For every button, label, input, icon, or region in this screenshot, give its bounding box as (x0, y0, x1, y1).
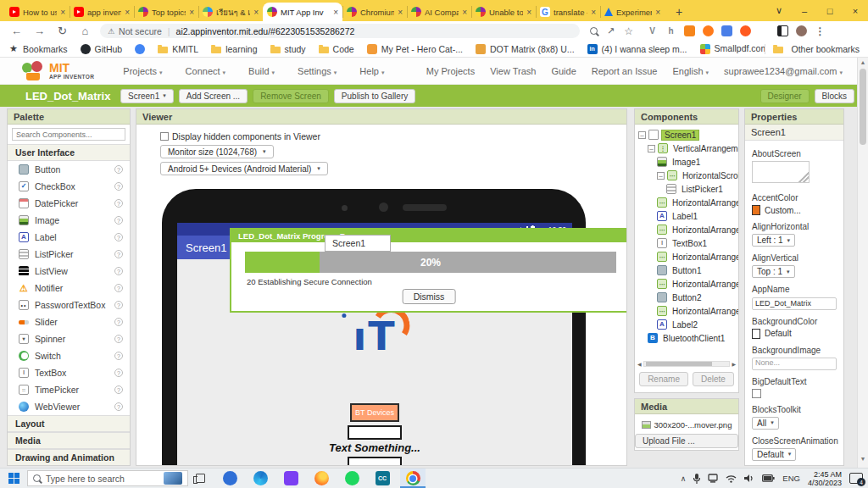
tab-close-icon[interactable]: × (591, 8, 596, 17)
reload-icon[interactable]: ↻ (51, 25, 74, 37)
dismiss-button[interactable]: Dismiss (403, 289, 456, 304)
palette-item-datepicker[interactable]: DatePicker? (8, 195, 130, 212)
maximize-button[interactable]: □ (817, 6, 843, 16)
bookmark-item[interactable]: learning (211, 44, 257, 54)
bookmark-star-icon[interactable]: ☆ (624, 25, 633, 37)
tab-close-icon[interactable]: × (526, 8, 531, 17)
palette-item-image[interactable]: Image? (8, 212, 130, 229)
scroll-right-icon[interactable]: ▶ (732, 361, 736, 367)
menu-connect[interactable]: Connect▾ (186, 66, 226, 76)
taskbar-app[interactable] (278, 469, 303, 488)
property-alignhorizontal-dropdown[interactable]: Left : 1▾ (752, 234, 795, 247)
bookmark-item[interactable] (135, 44, 145, 54)
bookmark-item[interactable]: DOT Matrix (8x8) U... (476, 44, 575, 54)
tab-close-icon[interactable]: × (125, 8, 130, 17)
start-button[interactable] (0, 473, 27, 484)
notifications-icon[interactable]: 4 (849, 473, 863, 484)
scroll-down-icon[interactable]: ▼ (858, 456, 868, 462)
help-icon[interactable]: ? (114, 385, 123, 394)
phone-textbox-1[interactable] (348, 425, 402, 440)
property-appname-input[interactable] (752, 297, 837, 310)
palette-item-webviewer[interactable]: WebViewer? (8, 398, 130, 415)
browser-tab[interactable]: Chromium× (342, 3, 407, 21)
language-indicator[interactable]: ENG (782, 474, 800, 483)
tree-item-button2[interactable]: Button2 (637, 291, 738, 304)
language-selector[interactable]: English▾ (672, 66, 709, 76)
display-hidden-checkbox[interactable] (160, 132, 169, 141)
tab-close-icon[interactable]: × (398, 8, 403, 17)
header-link-view-trash[interactable]: View Trash (490, 66, 536, 76)
scroll-up-icon[interactable]: ▲ (858, 59, 868, 65)
menu-projects[interactable]: Projects▾ (123, 66, 162, 76)
puzzle-extensions-icon[interactable] (759, 25, 770, 36)
tree-item-bluetoothclient1[interactable]: BBluetoothClient1 (637, 331, 738, 345)
monitor-size-dropdown[interactable]: Monitor size (1024,768)▾ (160, 145, 274, 158)
property-backgroundcolor-picker[interactable]: Default (752, 329, 837, 339)
publish-gallery-button[interactable]: Publish to Gallery (334, 89, 415, 103)
task-view-button[interactable] (188, 474, 212, 483)
rename-button[interactable]: Rename (639, 372, 688, 386)
tree-item-verticalarrangement1[interactable]: –⋮VerticalArrangement1 (637, 141, 738, 155)
palette-item-timepicker[interactable]: ::TimePicker? (8, 381, 130, 398)
property-accentcolor-picker[interactable]: Custom... (752, 205, 837, 215)
help-icon[interactable]: ? (114, 165, 123, 174)
collapse-icon[interactable]: – (648, 145, 655, 152)
menu-help[interactable]: Help▾ (359, 66, 384, 76)
phone-textbox-2[interactable] (348, 457, 402, 466)
bookmark-item[interactable]: GitHub (81, 44, 123, 54)
help-icon[interactable]: ? (114, 267, 123, 275)
scrollbar-thumb[interactable] (860, 69, 866, 145)
palette-item-switch[interactable]: Switch? (8, 347, 130, 364)
minimize-button[interactable]: – (792, 6, 817, 16)
palette-item-slider[interactable]: Slider? (8, 313, 130, 330)
tab-close-icon[interactable]: × (462, 8, 467, 17)
help-icon[interactable]: ? (114, 233, 123, 241)
palette-item-label[interactable]: ALabel? (8, 229, 130, 246)
taskbar-app[interactable] (339, 469, 364, 488)
tree-item-horizontalarrangemen[interactable]: ⋯HorizontalArrangemen (637, 304, 738, 318)
help-icon[interactable]: ? (114, 352, 123, 360)
hidden-icons-chevron[interactable]: ∧ (681, 474, 687, 483)
tree-item-horizontalarrangemen[interactable]: ⋯HorizontalArrangemen (637, 250, 738, 263)
palette-item-button[interactable]: Button? (8, 161, 130, 178)
help-icon[interactable]: ? (114, 182, 123, 191)
browser-tab[interactable]: Top topics -× (134, 3, 198, 21)
tree-item-listpicker1[interactable]: ListPicker1 (637, 182, 738, 196)
bookmark-item[interactable]: study (270, 44, 306, 54)
screen-selector[interactable]: Screen1▾ (120, 89, 174, 103)
tab-close-icon[interactable]: × (333, 8, 338, 17)
browser-tab[interactable]: Gtranslate -× (536, 3, 600, 21)
tree-item-horizontalarrangemen[interactable]: ⋯HorizontalArrangemen (637, 196, 738, 209)
profile-chevron-icon[interactable]: ∨ (766, 5, 792, 16)
bookmark-item[interactable]: Smallpdf.com - โหล... (700, 42, 765, 56)
tab-close-icon[interactable]: × (253, 8, 259, 17)
zoom-icon[interactable] (590, 27, 598, 35)
browser-tab[interactable]: เรียนๆ & เฮฮา× (198, 3, 263, 21)
tree-item-horizontalscrollarrang[interactable]: –⋯HorizontalScrollArrang (637, 169, 738, 182)
property-backgroundimage-input[interactable]: None... (752, 358, 837, 370)
collapse-icon[interactable]: – (657, 172, 665, 180)
tab-close-icon[interactable]: × (655, 8, 660, 17)
browser-tab[interactable]: app invento× (70, 3, 134, 21)
taskbar-app[interactable]: CC (370, 469, 395, 488)
palette-section-drawing-and-animation[interactable]: Drawing and Animation (8, 449, 130, 466)
home-icon[interactable]: ⌂ (74, 25, 97, 37)
tree-horizontal-scrollbar[interactable]: ◀ ▶ (637, 360, 736, 368)
tree-item-screen1[interactable]: –Screen1 (637, 128, 738, 141)
new-tab-button[interactable]: + (670, 5, 688, 19)
share-icon[interactable]: ↗ (607, 25, 615, 36)
palette-item-listpicker[interactable]: ListPicker? (8, 246, 130, 263)
palette-item-listview[interactable]: ListView? (8, 263, 130, 280)
media-file-item[interactable]: 300x200-...mover.png (635, 420, 738, 430)
help-icon[interactable]: ? (114, 250, 123, 258)
add-screen-button[interactable]: Add Screen ... (179, 89, 248, 103)
blocks-button[interactable]: Blocks (815, 89, 854, 103)
taskbar-app[interactable] (309, 469, 334, 488)
taskbar-app[interactable] (400, 469, 426, 488)
shield-extension-icon[interactable] (721, 25, 732, 36)
browser-menu-icon[interactable]: ⋮ (815, 25, 826, 36)
taskbar-app[interactable] (217, 469, 242, 488)
palette-section-layout[interactable]: Layout (8, 415, 130, 432)
menu-settings[interactable]: Settings▾ (298, 66, 337, 76)
taskbar-app[interactable] (248, 469, 273, 488)
